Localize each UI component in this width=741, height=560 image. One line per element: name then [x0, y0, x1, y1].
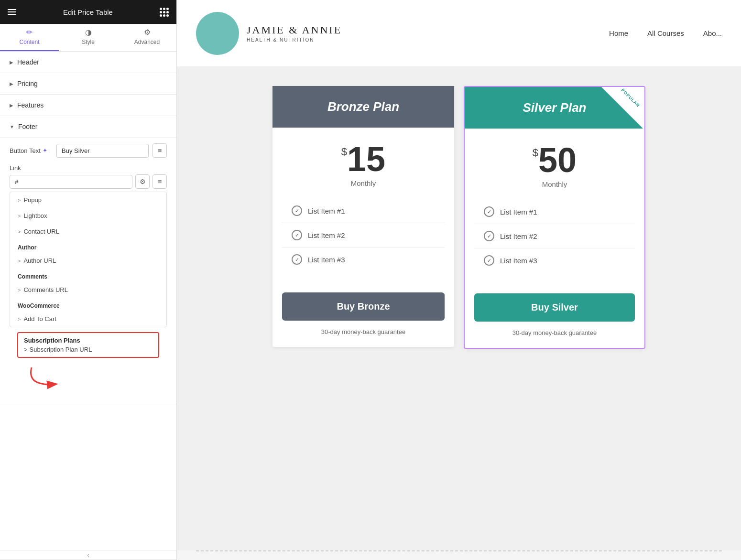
silver-feature-3: ✓ List Item #3: [474, 248, 635, 272]
pricing-accordion: ▶ Pricing: [0, 73, 176, 95]
button-text-row: Button Text ✦ ≡: [10, 143, 167, 158]
popular-ribbon: POPULAR: [601, 87, 644, 130]
silver-card: POPULAR Silver Plan $ 50 Monthly ✓ List …: [464, 86, 645, 349]
logo-main-text: JAMIE & ANNIE: [247, 23, 342, 37]
bronze-check-3: ✓: [292, 254, 302, 265]
bronze-card-header: Bronze Plan: [272, 86, 454, 128]
comments-url-item[interactable]: > Comments URL: [10, 282, 166, 298]
button-text-input[interactable]: [56, 144, 149, 158]
comments-url-label: Comments URL: [23, 286, 67, 293]
popular-ribbon-text: POPULAR: [617, 87, 644, 111]
comments-section-label: Comments: [10, 269, 166, 282]
logo-area: JAMIE & ANNIE HEALTH & NUTRITION: [196, 12, 342, 55]
author-url-item[interactable]: > Author URL: [10, 253, 166, 269]
tab-style[interactable]: ◑ Style: [59, 28, 118, 51]
footer-accordion: ▼ Footer Button Text ✦ ≡ Link: [0, 116, 176, 404]
bronze-features-list: ✓ List Item #1 ✓ List Item #2 ✓ List Ite…: [282, 199, 445, 271]
svg-point-0: [204, 20, 231, 47]
hamburger-icon[interactable]: [8, 9, 16, 15]
link-label: Link: [10, 164, 167, 172]
left-panel: Edit Price Table ✏ Content ◑ Style ⚙ Adv…: [0, 0, 177, 560]
grid-icon[interactable]: [160, 8, 169, 17]
nav-all-courses[interactable]: All Courses: [647, 29, 684, 37]
left-scroll[interactable]: ▶ Header ▶ Pricing ▶ Features ▼ Footer: [0, 52, 176, 550]
site-header: JAMIE & ANNIE HEALTH & NUTRITION Home Al…: [177, 0, 741, 67]
silver-check-2: ✓: [484, 231, 494, 241]
comments-url-arrow: >: [18, 287, 21, 293]
subscription-inner: Subscription Plans > Subscription Plan U…: [24, 337, 153, 353]
bronze-period: Monthly: [351, 179, 376, 187]
author-url-label: Author URL: [23, 257, 56, 264]
link-dropdown-list: > Popup > Lightbox > Contact URL Author …: [10, 192, 167, 327]
logo-svg: [203, 19, 232, 48]
logo-circle: [196, 12, 239, 55]
header-accordion-header[interactable]: ▶ Header: [0, 52, 176, 73]
subscription-plan-url-item[interactable]: > Subscription Plan URL: [24, 346, 153, 353]
silver-feature-1: ✓ List Item #1: [474, 200, 635, 224]
advanced-tab-icon: ⚙: [144, 28, 151, 37]
silver-feature-2: ✓ List Item #2: [474, 224, 635, 248]
collapse-panel-handle[interactable]: ‹: [0, 550, 176, 560]
site-nav: Home All Courses Abo...: [609, 29, 722, 37]
silver-feature-1-label: List Item #1: [500, 208, 537, 216]
red-arrow-annotation: [17, 363, 159, 393]
add-to-cart-item[interactable]: > Add To Cart: [10, 311, 166, 327]
subscription-plans-box: Subscription Plans > Subscription Plan U…: [17, 332, 159, 358]
silver-feature-3-label: List Item #3: [500, 257, 537, 265]
bronze-price-row: $ 15: [341, 142, 385, 176]
silver-price-row: $ 50: [533, 143, 577, 177]
bronze-feature-2-label: List Item #2: [308, 231, 345, 239]
features-accordion: ▶ Features: [0, 95, 176, 116]
author-section-label: Author: [10, 239, 166, 253]
top-bar: Edit Price Table: [0, 0, 176, 24]
tab-content[interactable]: ✏ Content: [0, 28, 59, 51]
pricing-accordion-header[interactable]: ▶ Pricing: [0, 73, 176, 94]
features-label: Features: [17, 101, 44, 109]
contact-url-arrow: >: [18, 229, 21, 235]
footer-accordion-header[interactable]: ▼ Footer: [0, 116, 176, 137]
header-label: Header: [17, 58, 39, 66]
nav-home[interactable]: Home: [609, 29, 628, 37]
header-accordion: ▶ Header: [0, 52, 176, 73]
author-url-arrow: >: [18, 258, 21, 264]
features-accordion-header[interactable]: ▶ Features: [0, 95, 176, 116]
popup-item[interactable]: > Popup: [10, 192, 166, 208]
bronze-card: Bronze Plan $ 15 Monthly ✓ List Item #1 …: [272, 86, 454, 347]
silver-currency: $: [533, 147, 538, 159]
button-text-menu-icon[interactable]: ≡: [153, 143, 167, 158]
silver-feature-2-label: List Item #2: [500, 232, 537, 240]
bronze-feature-1-label: List Item #1: [308, 207, 345, 215]
footer-arrow-icon: ▼: [10, 124, 14, 129]
buy-silver-button[interactable]: Buy Silver: [474, 293, 635, 322]
tab-content-label: Content: [19, 39, 39, 45]
top-bar-title: Edit Price Table: [63, 8, 113, 16]
bronze-feature-1: ✓ List Item #1: [282, 199, 445, 223]
buy-bronze-button[interactable]: Buy Bronze: [282, 292, 445, 321]
subscription-plans-title: Subscription Plans: [24, 337, 153, 344]
silver-card-body: $ 50 Monthly ✓ List Item #1 ✓ List Item …: [465, 129, 644, 293]
bronze-check-1: ✓: [292, 205, 302, 216]
button-text-label: Button Text ✦: [10, 147, 53, 154]
subscription-plan-url-label: Subscription Plan URL: [30, 346, 92, 353]
silver-features-list: ✓ List Item #1 ✓ List Item #2 ✓ List Ite…: [474, 200, 635, 272]
bronze-card-body: $ 15 Monthly ✓ List Item #1 ✓ List Item …: [272, 128, 454, 292]
nav-about[interactable]: Abo...: [703, 29, 722, 37]
tab-advanced[interactable]: ⚙ Advanced: [118, 28, 176, 51]
header-arrow-icon: ▶: [10, 60, 13, 65]
silver-check-1: ✓: [484, 206, 494, 217]
lightbox-item[interactable]: > Lightbox: [10, 208, 166, 224]
popup-label: Popup: [23, 196, 42, 204]
right-panel: JAMIE & ANNIE HEALTH & NUTRITION Home Al…: [177, 0, 741, 560]
lightbox-label: Lightbox: [23, 212, 47, 219]
content-tab-icon: ✏: [26, 28, 33, 37]
pricing-arrow-icon: ▶: [10, 81, 13, 86]
link-settings-icon[interactable]: ⚙: [135, 174, 150, 189]
bronze-card-title: Bronze Plan: [282, 99, 445, 114]
silver-price-amount: 50: [538, 143, 577, 177]
silver-guarantee: 30-day money-back guarantee: [465, 329, 644, 348]
contact-url-item[interactable]: > Contact URL: [10, 224, 166, 239]
link-input[interactable]: [10, 175, 132, 189]
link-menu-icon[interactable]: ≡: [153, 174, 167, 189]
logo-sub-text: HEALTH & NUTRITION: [247, 37, 342, 43]
bronze-currency: $: [341, 146, 347, 158]
